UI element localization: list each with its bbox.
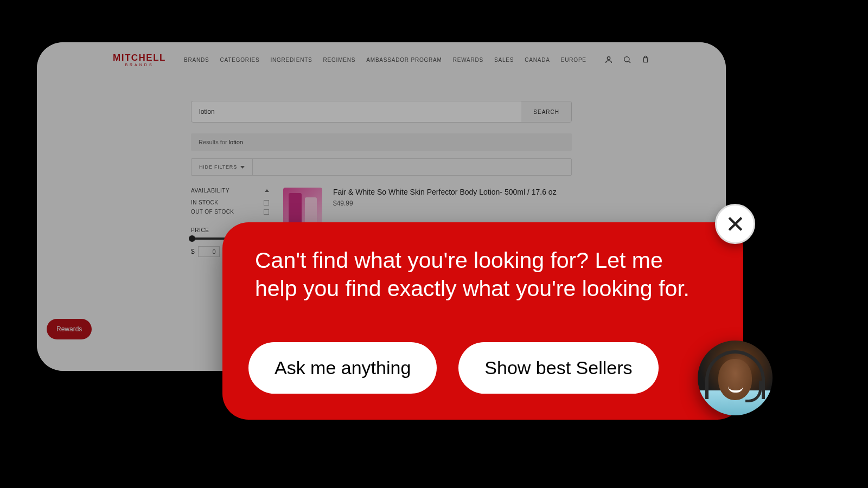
site-header: MITCHELL BRANDS BRANDS CATEGORIES INGRED… bbox=[37, 44, 726, 75]
popup-close-button[interactable]: ✕ bbox=[715, 204, 755, 244]
svg-point-1 bbox=[624, 57, 629, 62]
search-bar: SEARCH bbox=[191, 101, 572, 123]
account-icon[interactable] bbox=[604, 55, 613, 64]
product-price: $49.99 bbox=[333, 200, 557, 207]
brand-logo[interactable]: MITCHELL BRANDS bbox=[113, 53, 166, 67]
nav-categories[interactable]: CATEGORIES bbox=[220, 57, 260, 63]
checkbox-icon bbox=[264, 209, 269, 215]
nav-sales[interactable]: SALES bbox=[494, 57, 514, 63]
results-summary: Results for lotion bbox=[191, 133, 572, 151]
nav-europe[interactable]: EUROPE bbox=[561, 57, 586, 63]
brand-logo-sub: BRANDS bbox=[125, 63, 154, 67]
nav-canada[interactable]: CANADA bbox=[525, 57, 550, 63]
help-popup: Can't find what you're looking for? Let … bbox=[222, 222, 743, 420]
slider-thumb-icon[interactable] bbox=[189, 235, 195, 242]
chevron-down-icon bbox=[240, 166, 245, 169]
cart-icon[interactable] bbox=[641, 55, 650, 64]
availability-heading-label: AVAILABILITY bbox=[191, 188, 229, 194]
nav-ingredients[interactable]: INGREDIENTS bbox=[270, 57, 312, 63]
rewards-pill[interactable]: Rewards bbox=[47, 319, 92, 339]
nav-regimens[interactable]: REGIMENS bbox=[323, 57, 356, 63]
price-currency: $ bbox=[191, 248, 195, 255]
popup-message: Can't find what you're looking for? Let … bbox=[255, 246, 700, 303]
product-title: Fair & White So White Skin Perfector Bod… bbox=[333, 188, 557, 196]
results-prefix: Results for bbox=[199, 139, 229, 145]
hide-filters-toggle[interactable]: HIDE FILTERS bbox=[192, 159, 253, 175]
filter-out-of-stock-label: OUT OF STOCK bbox=[191, 209, 234, 215]
assistant-avatar[interactable] bbox=[698, 341, 773, 415]
show-best-sellers-button[interactable]: Show best Sellers bbox=[458, 342, 658, 394]
price-heading-label: PRICE bbox=[191, 227, 209, 233]
brand-logo-main: MITCHELL bbox=[113, 53, 166, 62]
filter-in-stock-label: IN STOCK bbox=[191, 200, 218, 206]
close-icon: ✕ bbox=[725, 210, 745, 238]
checkbox-icon bbox=[264, 200, 269, 206]
filter-in-stock[interactable]: IN STOCK bbox=[191, 198, 269, 207]
primary-nav: BRANDS CATEGORIES INGREDIENTS REGIMENS A… bbox=[184, 57, 586, 63]
availability-heading[interactable]: AVAILABILITY bbox=[191, 188, 269, 194]
search-input[interactable] bbox=[192, 101, 521, 122]
price-min-input[interactable]: 0 bbox=[198, 246, 220, 257]
ask-me-anything-button[interactable]: Ask me anything bbox=[248, 342, 437, 394]
filters-toolbar: HIDE FILTERS bbox=[191, 158, 572, 176]
results-term: lotion bbox=[229, 139, 243, 145]
chevron-up-icon bbox=[265, 189, 269, 192]
svg-line-2 bbox=[629, 61, 630, 63]
svg-point-0 bbox=[607, 57, 610, 60]
search-icon[interactable] bbox=[623, 55, 631, 64]
nav-rewards[interactable]: REWARDS bbox=[453, 57, 483, 63]
filter-out-of-stock[interactable]: OUT OF STOCK bbox=[191, 207, 269, 216]
search-button[interactable]: SEARCH bbox=[521, 101, 571, 122]
nav-brands[interactable]: BRANDS bbox=[184, 57, 209, 63]
nav-ambassador[interactable]: AMBASSADOR PROGRAM bbox=[366, 57, 442, 63]
hide-filters-label: HIDE FILTERS bbox=[199, 164, 237, 170]
